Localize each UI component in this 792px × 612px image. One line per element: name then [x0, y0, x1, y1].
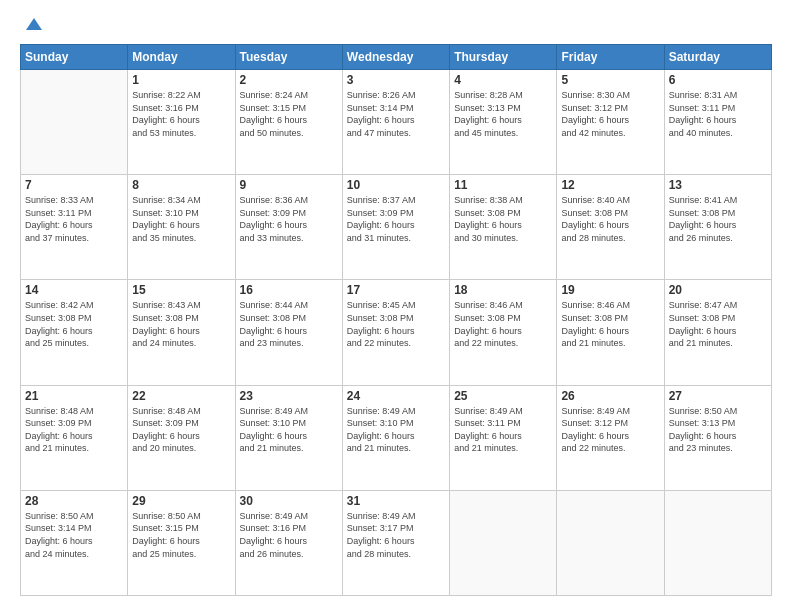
calendar-header-row: SundayMondayTuesdayWednesdayThursdayFrid… — [21, 45, 772, 70]
calendar-cell: 3Sunrise: 8:26 AM Sunset: 3:14 PM Daylig… — [342, 70, 449, 175]
svg-marker-0 — [26, 18, 42, 30]
calendar-cell: 10Sunrise: 8:37 AM Sunset: 3:09 PM Dayli… — [342, 175, 449, 280]
calendar-header-sunday: Sunday — [21, 45, 128, 70]
day-number: 8 — [132, 178, 230, 192]
calendar-cell: 17Sunrise: 8:45 AM Sunset: 3:08 PM Dayli… — [342, 280, 449, 385]
calendar-week-3: 14Sunrise: 8:42 AM Sunset: 3:08 PM Dayli… — [21, 280, 772, 385]
day-number: 4 — [454, 73, 552, 87]
day-info: Sunrise: 8:50 AM Sunset: 3:14 PM Dayligh… — [25, 510, 123, 560]
header — [20, 16, 772, 36]
day-number: 30 — [240, 494, 338, 508]
day-info: Sunrise: 8:48 AM Sunset: 3:09 PM Dayligh… — [25, 405, 123, 455]
calendar-cell: 19Sunrise: 8:46 AM Sunset: 3:08 PM Dayli… — [557, 280, 664, 385]
day-info: Sunrise: 8:34 AM Sunset: 3:10 PM Dayligh… — [132, 194, 230, 244]
calendar-cell: 1Sunrise: 8:22 AM Sunset: 3:16 PM Daylig… — [128, 70, 235, 175]
calendar-cell: 20Sunrise: 8:47 AM Sunset: 3:08 PM Dayli… — [664, 280, 771, 385]
day-info: Sunrise: 8:40 AM Sunset: 3:08 PM Dayligh… — [561, 194, 659, 244]
calendar-cell: 14Sunrise: 8:42 AM Sunset: 3:08 PM Dayli… — [21, 280, 128, 385]
calendar-cell: 25Sunrise: 8:49 AM Sunset: 3:11 PM Dayli… — [450, 385, 557, 490]
calendar-header-monday: Monday — [128, 45, 235, 70]
calendar-cell: 24Sunrise: 8:49 AM Sunset: 3:10 PM Dayli… — [342, 385, 449, 490]
calendar-cell: 28Sunrise: 8:50 AM Sunset: 3:14 PM Dayli… — [21, 490, 128, 595]
day-number: 9 — [240, 178, 338, 192]
calendar-header-tuesday: Tuesday — [235, 45, 342, 70]
calendar-cell: 4Sunrise: 8:28 AM Sunset: 3:13 PM Daylig… — [450, 70, 557, 175]
day-number: 25 — [454, 389, 552, 403]
day-number: 26 — [561, 389, 659, 403]
day-info: Sunrise: 8:46 AM Sunset: 3:08 PM Dayligh… — [561, 299, 659, 349]
day-number: 6 — [669, 73, 767, 87]
calendar-cell: 11Sunrise: 8:38 AM Sunset: 3:08 PM Dayli… — [450, 175, 557, 280]
day-info: Sunrise: 8:42 AM Sunset: 3:08 PM Dayligh… — [25, 299, 123, 349]
calendar-cell: 8Sunrise: 8:34 AM Sunset: 3:10 PM Daylig… — [128, 175, 235, 280]
calendar-week-5: 28Sunrise: 8:50 AM Sunset: 3:14 PM Dayli… — [21, 490, 772, 595]
calendar-cell: 15Sunrise: 8:43 AM Sunset: 3:08 PM Dayli… — [128, 280, 235, 385]
day-info: Sunrise: 8:49 AM Sunset: 3:10 PM Dayligh… — [240, 405, 338, 455]
calendar-cell: 16Sunrise: 8:44 AM Sunset: 3:08 PM Dayli… — [235, 280, 342, 385]
day-number: 28 — [25, 494, 123, 508]
calendar-cell: 31Sunrise: 8:49 AM Sunset: 3:17 PM Dayli… — [342, 490, 449, 595]
calendar-cell: 21Sunrise: 8:48 AM Sunset: 3:09 PM Dayli… — [21, 385, 128, 490]
calendar-cell: 13Sunrise: 8:41 AM Sunset: 3:08 PM Dayli… — [664, 175, 771, 280]
day-info: Sunrise: 8:49 AM Sunset: 3:16 PM Dayligh… — [240, 510, 338, 560]
calendar-cell: 7Sunrise: 8:33 AM Sunset: 3:11 PM Daylig… — [21, 175, 128, 280]
day-info: Sunrise: 8:33 AM Sunset: 3:11 PM Dayligh… — [25, 194, 123, 244]
day-number: 18 — [454, 283, 552, 297]
logo — [20, 16, 44, 36]
day-number: 16 — [240, 283, 338, 297]
calendar-cell: 26Sunrise: 8:49 AM Sunset: 3:12 PM Dayli… — [557, 385, 664, 490]
calendar-cell: 5Sunrise: 8:30 AM Sunset: 3:12 PM Daylig… — [557, 70, 664, 175]
day-info: Sunrise: 8:31 AM Sunset: 3:11 PM Dayligh… — [669, 89, 767, 139]
day-number: 14 — [25, 283, 123, 297]
day-number: 13 — [669, 178, 767, 192]
day-number: 3 — [347, 73, 445, 87]
day-info: Sunrise: 8:43 AM Sunset: 3:08 PM Dayligh… — [132, 299, 230, 349]
page: SundayMondayTuesdayWednesdayThursdayFrid… — [0, 0, 792, 612]
day-info: Sunrise: 8:50 AM Sunset: 3:13 PM Dayligh… — [669, 405, 767, 455]
calendar-cell — [664, 490, 771, 595]
day-info: Sunrise: 8:38 AM Sunset: 3:08 PM Dayligh… — [454, 194, 552, 244]
day-info: Sunrise: 8:26 AM Sunset: 3:14 PM Dayligh… — [347, 89, 445, 139]
calendar-cell: 22Sunrise: 8:48 AM Sunset: 3:09 PM Dayli… — [128, 385, 235, 490]
day-info: Sunrise: 8:41 AM Sunset: 3:08 PM Dayligh… — [669, 194, 767, 244]
day-number: 19 — [561, 283, 659, 297]
day-info: Sunrise: 8:49 AM Sunset: 3:12 PM Dayligh… — [561, 405, 659, 455]
day-number: 2 — [240, 73, 338, 87]
day-info: Sunrise: 8:28 AM Sunset: 3:13 PM Dayligh… — [454, 89, 552, 139]
day-number: 1 — [132, 73, 230, 87]
day-number: 10 — [347, 178, 445, 192]
day-number: 12 — [561, 178, 659, 192]
calendar-week-1: 1Sunrise: 8:22 AM Sunset: 3:16 PM Daylig… — [21, 70, 772, 175]
day-info: Sunrise: 8:24 AM Sunset: 3:15 PM Dayligh… — [240, 89, 338, 139]
day-number: 24 — [347, 389, 445, 403]
day-info: Sunrise: 8:30 AM Sunset: 3:12 PM Dayligh… — [561, 89, 659, 139]
calendar-cell: 30Sunrise: 8:49 AM Sunset: 3:16 PM Dayli… — [235, 490, 342, 595]
day-info: Sunrise: 8:50 AM Sunset: 3:15 PM Dayligh… — [132, 510, 230, 560]
calendar-week-2: 7Sunrise: 8:33 AM Sunset: 3:11 PM Daylig… — [21, 175, 772, 280]
day-number: 27 — [669, 389, 767, 403]
day-info: Sunrise: 8:49 AM Sunset: 3:10 PM Dayligh… — [347, 405, 445, 455]
day-number: 22 — [132, 389, 230, 403]
calendar-header-friday: Friday — [557, 45, 664, 70]
day-number: 11 — [454, 178, 552, 192]
day-info: Sunrise: 8:49 AM Sunset: 3:17 PM Dayligh… — [347, 510, 445, 560]
day-number: 5 — [561, 73, 659, 87]
day-number: 15 — [132, 283, 230, 297]
day-info: Sunrise: 8:49 AM Sunset: 3:11 PM Dayligh… — [454, 405, 552, 455]
day-number: 7 — [25, 178, 123, 192]
day-info: Sunrise: 8:45 AM Sunset: 3:08 PM Dayligh… — [347, 299, 445, 349]
logo-icon — [24, 16, 44, 36]
day-info: Sunrise: 8:47 AM Sunset: 3:08 PM Dayligh… — [669, 299, 767, 349]
calendar-cell: 2Sunrise: 8:24 AM Sunset: 3:15 PM Daylig… — [235, 70, 342, 175]
calendar-cell: 29Sunrise: 8:50 AM Sunset: 3:15 PM Dayli… — [128, 490, 235, 595]
day-info: Sunrise: 8:36 AM Sunset: 3:09 PM Dayligh… — [240, 194, 338, 244]
day-number: 17 — [347, 283, 445, 297]
calendar-table: SundayMondayTuesdayWednesdayThursdayFrid… — [20, 44, 772, 596]
day-number: 23 — [240, 389, 338, 403]
day-info: Sunrise: 8:44 AM Sunset: 3:08 PM Dayligh… — [240, 299, 338, 349]
day-number: 31 — [347, 494, 445, 508]
calendar-cell — [450, 490, 557, 595]
calendar-cell — [21, 70, 128, 175]
day-info: Sunrise: 8:46 AM Sunset: 3:08 PM Dayligh… — [454, 299, 552, 349]
day-info: Sunrise: 8:37 AM Sunset: 3:09 PM Dayligh… — [347, 194, 445, 244]
